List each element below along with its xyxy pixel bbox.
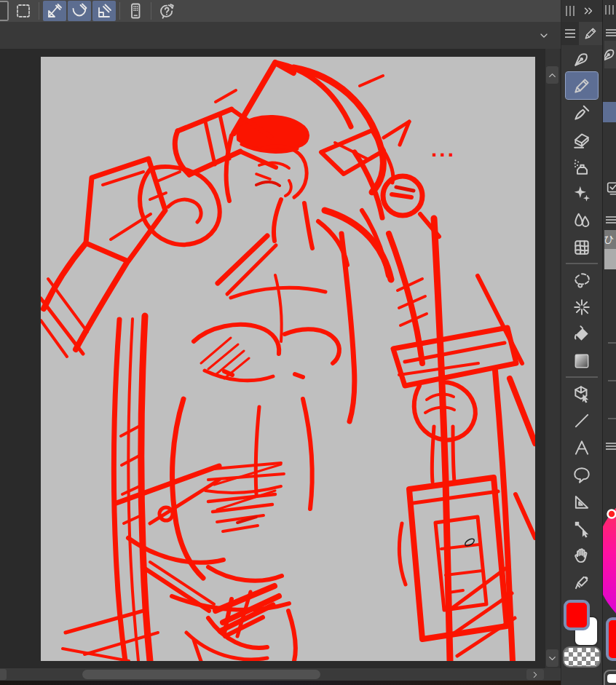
color-wheel[interactable] [603, 484, 616, 637]
blend-tool-button[interactable] [566, 207, 598, 234]
chevron-right-icon [530, 670, 540, 680]
balloon-tool-button[interactable] [566, 461, 598, 488]
pencil-icon [572, 76, 591, 95]
document-tab-strip [0, 22, 561, 49]
decoration-tool-button[interactable] [566, 180, 598, 207]
color-wheel-marker[interactable] [608, 510, 616, 518]
pencil-icon [583, 26, 598, 41]
snap-to-ruler-button[interactable] [43, 1, 66, 21]
tool-separator [566, 374, 598, 380]
app-window: ... [0, 0, 616, 685]
edge-foreground-swatch[interactable] [606, 617, 616, 661]
help-button[interactable] [155, 1, 178, 21]
clipped-toolbar-icon[interactable] [0, 1, 9, 21]
tool-property-label: ひ [604, 230, 616, 249]
auto-select-tool-button[interactable] [566, 293, 598, 320]
help-icon [158, 2, 175, 20]
hand-tool-button[interactable] [566, 542, 598, 569]
slider-tick [608, 418, 616, 419]
toolbar-separator [151, 2, 151, 20]
panel-menu-button[interactable] [606, 28, 616, 36]
tool-panel-header [561, 0, 602, 22]
drawing-canvas[interactable]: ... [41, 57, 535, 661]
fill-tool-button[interactable] [566, 320, 598, 347]
clipped-subtool-tab[interactable] [604, 41, 616, 68]
tool-list [561, 45, 602, 595]
eraser-tool-button[interactable] [566, 126, 598, 153]
foreground-color-swatch[interactable] [564, 600, 590, 630]
liquify-icon [572, 238, 591, 257]
window-bottom-edge [0, 681, 616, 685]
eraser-icon [572, 130, 591, 149]
frame-border-icon [572, 492, 591, 511]
edge-bottom-swatch[interactable] [604, 670, 616, 685]
canvas-viewport: ... [0, 49, 545, 668]
snap-special-ruler-icon [71, 2, 88, 20]
panel-menu-button[interactable] [606, 441, 616, 450]
tablet-companion-button[interactable] [124, 1, 147, 21]
slider-tick [608, 342, 616, 344]
fill-icon [572, 325, 591, 344]
scroll-right-button[interactable] [526, 669, 544, 680]
eyedropper-tool-button[interactable] [566, 569, 598, 595]
vertical-scrollbar[interactable] [545, 49, 560, 668]
tool-property-field[interactable] [604, 249, 616, 269]
text-icon [572, 438, 591, 457]
pen-icon [604, 46, 616, 63]
correct-line-tool-button[interactable] [566, 515, 598, 542]
expand-panel-icon[interactable] [582, 4, 595, 17]
pen-tool-button[interactable] [566, 45, 598, 72]
tool-panel-tab-row [561, 22, 602, 45]
horizontal-scroll-thumb[interactable] [82, 670, 320, 679]
brush-tool-button[interactable] [566, 99, 598, 126]
pen-icon [572, 50, 591, 68]
select-area-button[interactable] [12, 1, 35, 21]
gradient-tool-button[interactable] [566, 347, 598, 374]
selected-subtool-row[interactable] [603, 102, 616, 122]
pencil-tool-button[interactable] [566, 72, 598, 99]
panel-menu-button[interactable] [606, 215, 616, 223]
eyedropper-icon [572, 573, 591, 592]
hand-icon [572, 546, 591, 565]
panel-drag-handle[interactable] [605, 5, 614, 15]
tab-tools[interactable] [579, 22, 602, 45]
transparent-color-swatch[interactable] [563, 646, 601, 668]
snap-to-grid-button[interactable] [92, 1, 116, 21]
balloon-icon [572, 465, 591, 484]
snap-grid-icon [95, 2, 113, 20]
snap-to-special-ruler-button[interactable] [68, 1, 91, 21]
figure-icon [572, 411, 591, 430]
sketch-ellipsis-annotation: ... [431, 137, 456, 161]
tool-separator [566, 261, 598, 266]
object-tool-button[interactable] [566, 380, 598, 407]
correct-line-icon [572, 519, 591, 538]
scroll-down-button[interactable] [546, 649, 558, 667]
panel-drag-handle[interactable] [566, 6, 574, 16]
brush-icon [572, 103, 591, 122]
liquify-tool-button[interactable] [566, 234, 598, 261]
scroll-up-button[interactable] [546, 66, 558, 84]
scroll-left-button[interactable] [0, 669, 7, 680]
dashed-rect-icon [15, 2, 32, 20]
text-tool-button[interactable] [566, 434, 598, 461]
command-bar [0, 0, 561, 22]
lasso-tool-button[interactable] [566, 266, 598, 293]
chevron-down-icon [537, 30, 550, 41]
blend-icon [572, 211, 591, 230]
horizontal-scrollbar[interactable] [0, 668, 561, 681]
toolbar-separator [119, 2, 120, 20]
airbrush-tool-button[interactable] [566, 153, 598, 180]
gradient-icon [572, 352, 591, 371]
clipped-side-panel: ひ [602, 0, 616, 685]
toolbar-separator [39, 2, 39, 20]
figure-tool-button[interactable] [566, 407, 598, 434]
tablet-icon [127, 2, 144, 20]
chevron-up-icon [547, 70, 558, 81]
collapse-strip-button[interactable] [536, 29, 552, 42]
auto-select-icon [572, 298, 591, 317]
snap-ruler-icon [46, 2, 63, 20]
lasso-icon [572, 271, 591, 290]
frame-border-tool-button[interactable] [566, 488, 598, 515]
checkbox-icon[interactable] [605, 181, 616, 197]
panel-menu-button[interactable] [561, 22, 579, 45]
